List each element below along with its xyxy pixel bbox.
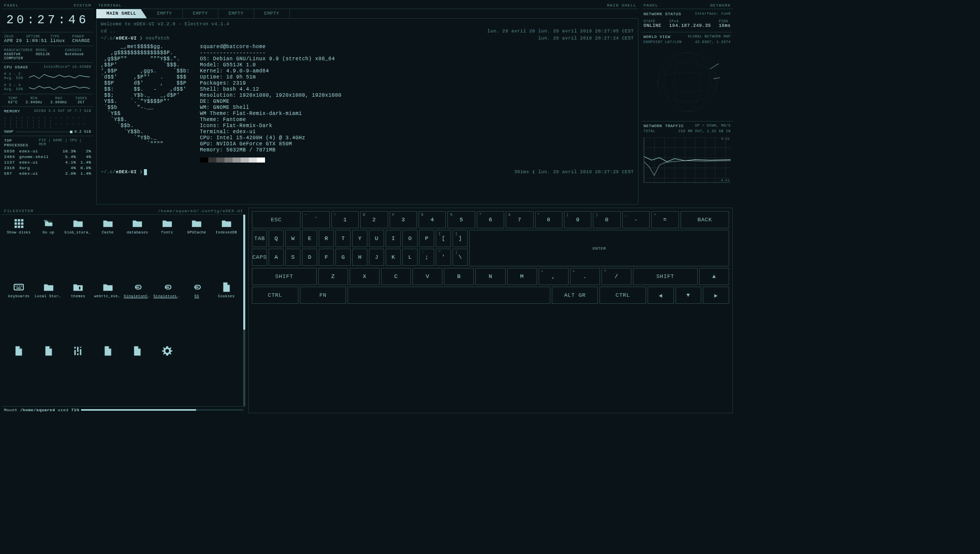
tab-empty[interactable]: EMPTY bbox=[183, 9, 219, 18]
key-b[interactable]: B bbox=[444, 268, 474, 285]
key-ctrl[interactable]: CTRL bbox=[252, 287, 298, 304]
fs-item[interactable]: SingletonCo… bbox=[124, 282, 152, 343]
key-k[interactable]: K bbox=[386, 249, 401, 266]
tab-empty[interactable]: EMPTY bbox=[218, 9, 254, 18]
key-▼[interactable]: ▼ bbox=[675, 287, 702, 304]
key-f[interactable]: F bbox=[319, 249, 334, 266]
tab-empty[interactable]: EMPTY bbox=[254, 9, 290, 18]
fs-item[interactable]: Go up bbox=[35, 218, 63, 280]
key-9[interactable]: (9 bbox=[564, 211, 591, 228]
fs-item[interactable]: Show disks bbox=[5, 218, 33, 280]
key--[interactable]: _- bbox=[622, 211, 650, 228]
key-n[interactable]: N bbox=[475, 268, 505, 285]
key-esc[interactable]: ESC bbox=[252, 211, 300, 228]
key-v[interactable]: V bbox=[412, 268, 442, 285]
fs-item[interactable]: IndexedDB bbox=[213, 218, 241, 280]
fs-item[interactable] bbox=[154, 345, 181, 403]
key-g[interactable]: G bbox=[335, 249, 351, 266]
key-i[interactable]: I bbox=[386, 230, 401, 247]
key-`[interactable]: ~` bbox=[302, 211, 329, 228]
key-a[interactable]: A bbox=[269, 249, 284, 266]
key-back[interactable]: BACK bbox=[681, 211, 729, 228]
key-fn[interactable]: FN bbox=[300, 287, 347, 304]
key-\[interactable]: |\ bbox=[453, 249, 468, 266]
terminal-output[interactable]: Welcome to eDEX-UI v2.2.0 - Electron v4.… bbox=[96, 19, 638, 205]
key-u[interactable]: U bbox=[369, 230, 384, 247]
key-[[interactable]: {[ bbox=[436, 230, 451, 247]
key-h[interactable]: H bbox=[352, 249, 367, 266]
fs-item[interactable] bbox=[5, 345, 33, 403]
key-6[interactable]: ^6 bbox=[477, 211, 504, 228]
key-ctrl[interactable]: CTRL bbox=[599, 287, 646, 304]
fs-item[interactable] bbox=[94, 345, 122, 403]
key-shift[interactable]: SHIFT bbox=[633, 268, 698, 285]
key-0[interactable]: )0 bbox=[593, 211, 620, 228]
key-q[interactable]: Q bbox=[269, 230, 284, 247]
key-blank[interactable] bbox=[348, 287, 550, 304]
key-c[interactable]: C bbox=[381, 268, 411, 285]
key-enter[interactable]: ENTER bbox=[469, 230, 729, 266]
fs-item[interactable] bbox=[64, 345, 92, 403]
key-'[interactable]: "' bbox=[436, 249, 451, 266]
key-/[interactable]: ?/ bbox=[601, 268, 631, 285]
file-icon bbox=[12, 345, 26, 357]
folder-icon bbox=[130, 218, 144, 229]
key-5[interactable]: %5 bbox=[447, 211, 475, 228]
fs-item[interactable]: blob_storage bbox=[64, 218, 92, 280]
fs-item[interactable]: webrtc_even… bbox=[94, 282, 122, 343]
key-=[interactable]: += bbox=[651, 211, 679, 228]
key-alt gr[interactable]: ALT GR bbox=[552, 287, 598, 304]
tab-main-shell[interactable]: MAIN SHELL bbox=[96, 9, 147, 18]
key-1[interactable]: !1 bbox=[331, 211, 359, 228]
key-x[interactable]: X bbox=[350, 268, 380, 285]
key-][interactable]: }] bbox=[453, 230, 468, 247]
key-4[interactable]: $4 bbox=[419, 211, 446, 228]
key-tab[interactable]: TAB bbox=[252, 230, 267, 247]
key-3[interactable]: #3 bbox=[390, 211, 417, 228]
scrollbar[interactable] bbox=[243, 215, 245, 406]
key-8[interactable]: *8 bbox=[535, 211, 562, 228]
key-w[interactable]: W bbox=[285, 230, 300, 247]
svg-point-2 bbox=[658, 62, 717, 102]
fs-item[interactable]: Local Storage bbox=[35, 282, 63, 343]
key-o[interactable]: O bbox=[402, 230, 418, 247]
fs-item[interactable]: Cookies bbox=[213, 282, 241, 343]
fs-item[interactable]: GPUCache bbox=[183, 218, 211, 280]
fs-item[interactable]: fonts bbox=[154, 218, 181, 280]
folder-icon bbox=[219, 218, 234, 229]
key-;[interactable]: :; bbox=[419, 249, 434, 266]
key-m[interactable]: M bbox=[507, 268, 537, 285]
fs-item[interactable] bbox=[124, 345, 152, 403]
link-icon bbox=[130, 282, 144, 293]
fs-item[interactable]: themes bbox=[64, 282, 92, 343]
key-j[interactable]: J bbox=[369, 249, 384, 266]
key-l[interactable]: L bbox=[402, 249, 418, 266]
key-s[interactable]: S bbox=[285, 249, 300, 266]
file-icon bbox=[42, 345, 56, 357]
key-,[interactable]: <, bbox=[539, 268, 569, 285]
key-z[interactable]: Z bbox=[318, 268, 348, 285]
key-caps[interactable]: CAPS bbox=[252, 249, 267, 266]
gear-icon bbox=[160, 345, 174, 357]
key-7[interactable]: &7 bbox=[506, 211, 533, 228]
key-▲[interactable]: ▲ bbox=[699, 268, 729, 285]
key-y[interactable]: Y bbox=[352, 230, 367, 247]
fs-item[interactable] bbox=[35, 345, 63, 403]
tab-empty[interactable]: EMPTY bbox=[147, 9, 183, 18]
key-r[interactable]: R bbox=[319, 230, 334, 247]
key-◀[interactable]: ◀ bbox=[648, 287, 674, 304]
fs-item[interactable]: SingletonLock bbox=[154, 282, 181, 343]
key-t[interactable]: T bbox=[335, 230, 351, 247]
fs-item[interactable]: keyboards bbox=[5, 282, 33, 343]
fs-item[interactable]: databases bbox=[124, 218, 152, 280]
key-.[interactable]: >. bbox=[570, 268, 600, 285]
fs-item[interactable]: Cache bbox=[94, 218, 122, 280]
memory-dots: : : : : : : : : : : : : : : : : : : : : … bbox=[2, 114, 93, 129]
key-shift[interactable]: SHIFT bbox=[252, 268, 317, 285]
key-d[interactable]: D bbox=[302, 249, 317, 266]
key-e[interactable]: E bbox=[302, 230, 317, 247]
key-2[interactable]: @2 bbox=[360, 211, 388, 228]
fs-item[interactable]: SS bbox=[183, 282, 211, 343]
key-p[interactable]: P bbox=[419, 230, 434, 247]
key-▶[interactable]: ▶ bbox=[703, 287, 729, 304]
